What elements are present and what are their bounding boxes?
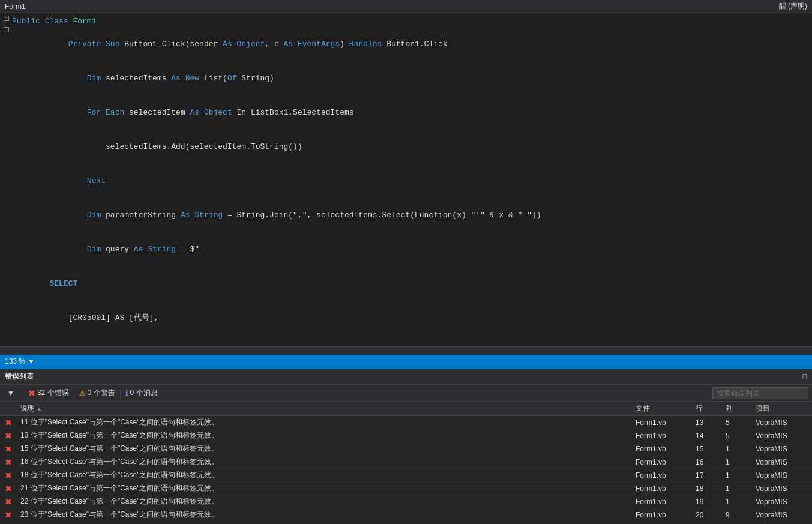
row-error-icon: ✖ [0, 484, 17, 493]
row-project: VopraMIS [752, 498, 812, 506]
row-description: 13 位于"Select Case"与第一个"Case"之间的语句和标签无效。 [17, 430, 632, 441]
code-text: SELECT [10, 267, 77, 301]
row-line: 20 [692, 511, 722, 519]
search-error-input[interactable] [712, 387, 808, 399]
error-icon: ✖ [28, 388, 35, 398]
row-file: Form1.vb [632, 445, 692, 453]
error-panel-header: 错误列表 ⊓ [0, 369, 812, 385]
code-text: Dim selectedItems As New List(Of String) [10, 61, 274, 95]
row-description: 23 位于"Select Case"与第一个"Case"之间的语句和标签无效。 [17, 510, 632, 520]
row-line: 13 [692, 418, 722, 427]
row-project: VopraMIS [752, 471, 812, 480]
horizontal-scrollbar[interactable] [0, 346, 812, 355]
row-description: 11 位于"Select Case"与第一个"Case"之间的语句和标签无效。 [17, 417, 632, 427]
info-count-badge[interactable]: ℹ 0 个消息 [125, 388, 158, 398]
error-row[interactable]: ✖ 24 位于"Select Case"与第一个"Case"之间的语句和标签无效… [0, 522, 812, 524]
row-line: 17 [692, 471, 722, 480]
warning-icon: ⚠ [79, 389, 86, 397]
error-panel: 错误列表 ⊓ ▼ ✖ 32 个错误 ⚠ 0 个警告 ℹ 0 个消息 说明 ▲ [0, 368, 812, 524]
code-text: For Each selectedItem As Object In ListB… [10, 95, 354, 130]
error-row[interactable]: ✖ 18 位于"Select Case"与第一个"Case"之间的语句和标签无效… [0, 469, 812, 482]
error-table[interactable]: ✖ 11 位于"Select Case"与第一个"Case"之间的语句和标签无效… [0, 416, 812, 524]
row-col: 5 [722, 432, 752, 440]
error-row[interactable]: ✖ 15 位于"Select Case"与第一个"Case"之间的语句和标签无效… [0, 442, 812, 456]
row-error-icon: ✖ [0, 510, 17, 520]
row-line: 16 [692, 458, 722, 466]
title-bar: Form1 醒 (声明) [0, 0, 812, 13]
column-file[interactable]: 文件 [632, 403, 692, 414]
collapse-toggle[interactable]: − [2, 16, 10, 21]
info-icon: ℹ [125, 389, 128, 397]
code-content[interactable]: − Public Class Form1 − Private Sub Butto… [0, 13, 812, 346]
row-description: 21 位于"Select Case"与第一个"Case"之间的语句和标签无效。 [17, 483, 632, 493]
column-description[interactable]: 说明 ▲ [17, 403, 632, 414]
row-line: 15 [692, 445, 722, 453]
row-error-icon: ✖ [0, 444, 17, 454]
code-line: selectedItems.Add(selectedItem.ToString(… [0, 130, 812, 164]
row-error-icon: ✖ [0, 457, 17, 467]
row-file: Form1.vb [632, 511, 692, 519]
warning-count-label: 0 个警告 [88, 388, 115, 398]
error-row[interactable]: ✖ 13 位于"Select Case"与第一个"Case"之间的语句和标签无效… [0, 429, 812, 442]
code-line: − Public Class Form1 [0, 16, 812, 27]
error-count-label: 32 个错误 [37, 388, 69, 398]
row-file: Form1.vb [632, 432, 692, 440]
code-line: − Private Sub Button1_Click(sender As Ob… [0, 27, 812, 61]
code-text: Dim query As String = $" [10, 232, 199, 267]
row-error-icon: ✖ [0, 497, 17, 507]
window-title: Form1 [5, 2, 26, 11]
code-line: SC03002 AS [类型], [0, 335, 812, 346]
sort-arrow: ▲ [37, 406, 42, 412]
row-project: VopraMIS [752, 511, 812, 519]
row-project: VopraMIS [752, 458, 812, 466]
column-line[interactable]: 行 [692, 403, 722, 414]
row-description: 15 位于"Select Case"与第一个"Case"之间的语句和标签无效。 [17, 444, 632, 454]
code-text: Next [10, 164, 106, 198]
row-col: 1 [722, 498, 752, 506]
error-row[interactable]: ✖ 22 位于"Select Case"与第一个"Case"之间的语句和标签无效… [0, 495, 812, 508]
code-text: [CR05001] AS [代号], [10, 301, 158, 335]
pin-button[interactable]: ⊓ [802, 372, 807, 382]
code-line: Dim query As String = $" [0, 232, 812, 267]
row-project: VopraMIS [752, 418, 812, 427]
row-error-icon: ✖ [0, 471, 17, 480]
code-text: Public Class Form1 [10, 16, 96, 27]
status-bar: 133 % ▼ [0, 355, 812, 368]
code-text: Dim parameterString As String = String.J… [10, 198, 541, 232]
zoom-dropdown[interactable]: ▼ [28, 357, 35, 366]
row-file: Form1.vb [632, 418, 692, 427]
warning-count-badge[interactable]: ⚠ 0 个警告 [79, 388, 115, 398]
row-line: 19 [692, 498, 722, 506]
toolbar-separator [74, 388, 74, 398]
code-text: Private Sub Button1_Click(sender As Obje… [10, 27, 448, 61]
row-col: 1 [722, 445, 752, 453]
code-line: Dim selectedItems As New List(Of String) [0, 61, 812, 95]
window-declaration: 醒 (声明) [779, 1, 807, 11]
error-row[interactable]: ✖ 23 位于"Select Case"与第一个"Case"之间的语句和标签无效… [0, 508, 812, 522]
filter-dropdown-icon: ▼ [7, 389, 14, 397]
row-file: Form1.vb [632, 471, 692, 480]
error-row[interactable]: ✖ 16 位于"Select Case"与第一个"Case"之间的语句和标签无效… [0, 456, 812, 469]
error-table-header: 说明 ▲ 文件 行 列 项目 [0, 402, 812, 416]
code-line: [CR05001] AS [代号], [0, 301, 812, 335]
column-project[interactable]: 项目 [752, 403, 812, 414]
filter-dropdown-button[interactable]: ▼ [4, 388, 18, 399]
row-description: 16 位于"Select Case"与第一个"Case"之间的语句和标签无效。 [17, 457, 632, 467]
code-editor: − Public Class Form1 − Private Sub Butto… [0, 13, 812, 368]
row-file: Form1.vb [632, 498, 692, 506]
error-panel-title: 错误列表 [5, 372, 34, 382]
row-col: 1 [722, 458, 752, 466]
error-row[interactable]: ✖ 21 位于"Select Case"与第一个"Case"之间的语句和标签无效… [0, 482, 812, 495]
zoom-level: 133 % [5, 357, 25, 366]
code-text: selectedItems.Add(selectedItem.ToString(… [10, 130, 302, 164]
row-error-icon: ✖ [0, 431, 17, 441]
error-row[interactable]: ✖ 11 位于"Select Case"与第一个"Case"之间的语句和标签无效… [0, 416, 812, 429]
column-col[interactable]: 列 [722, 403, 752, 414]
error-count-badge[interactable]: ✖ 32 个错误 [28, 388, 69, 398]
error-toolbar: ▼ ✖ 32 个错误 ⚠ 0 个警告 ℹ 0 个消息 [0, 385, 812, 402]
row-project: VopraMIS [752, 484, 812, 493]
collapse-toggle[interactable]: − [2, 27, 10, 32]
row-description: 22 位于"Select Case"与第一个"Case"之间的语句和标签无效。 [17, 496, 632, 507]
row-project: VopraMIS [752, 445, 812, 453]
toolbar-separator [120, 388, 121, 398]
